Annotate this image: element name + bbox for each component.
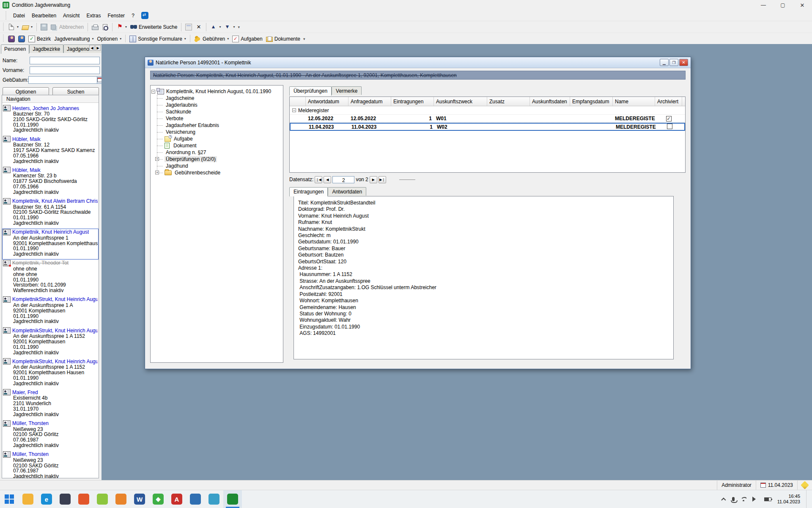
- save-all-button[interactable]: [49, 24, 58, 30]
- splitter-handle[interactable]: [399, 179, 415, 180]
- diamond-green-icon[interactable]: ◆: [149, 490, 167, 508]
- column-header-auskunftsdaten[interactable]: Auskunftsdaten: [530, 97, 570, 106]
- microphone-icon[interactable]: [732, 497, 735, 501]
- network-icon[interactable]: [741, 497, 746, 501]
- bezirk-button[interactable]: Bezirk: [27, 35, 52, 43]
- table-row[interactable]: 11.04.202311.04.20231W02MELDEREGISTER: [290, 123, 685, 131]
- teamviewer-icon[interactable]: [141, 12, 148, 19]
- taskbar-clock[interactable]: 16:45 11.04.2023: [777, 494, 800, 505]
- tree-item-jagderlaubnis[interactable]: Jagderlaubnis: [157, 102, 282, 108]
- tree-item-jagdhund[interactable]: Jagdhund: [157, 163, 282, 169]
- hidden-icons-chevron[interactable]: [721, 497, 726, 502]
- menu-item-6[interactable]: ?: [128, 11, 138, 20]
- wizard-button[interactable]: [6, 35, 16, 43]
- person-list-item[interactable]: Maier, FredExistiernicht 4b2101 Wunderli…: [2, 389, 99, 420]
- column-header-eintragungen[interactable]: Eintragungen: [391, 97, 434, 106]
- print-preview-button[interactable]: [100, 23, 110, 31]
- column-header-auskunftszweck[interactable]: Auskunftszweck: [434, 97, 487, 106]
- person-button[interactable]: [16, 35, 27, 43]
- maximize-button[interactable]: ▢: [773, 0, 793, 10]
- person-list-item[interactable]: KomplettnikStrukt, Knut Heinrich AuguAn …: [2, 358, 99, 389]
- print-button[interactable]: [90, 23, 100, 31]
- gebuehren-button[interactable]: Gebühren▾: [192, 35, 230, 43]
- tab-antwortdaten[interactable]: Antwortdaten: [328, 187, 366, 196]
- tab-vermerke[interactable]: Vermerke: [332, 86, 362, 95]
- child-window-titlebar[interactable]: Natürliche Person 14992001 - Komplettnik…: [145, 57, 691, 68]
- tree-root-item[interactable]: − Komplettnik, Knut Heinrich August, 01.…: [151, 88, 282, 95]
- tab-jagdbezirke[interactable]: Jagdbezirke: [29, 44, 63, 53]
- child-close-button[interactable]: ✕: [679, 59, 688, 66]
- collapse-icon[interactable]: −: [292, 108, 296, 112]
- child-minimize-button[interactable]: ▁: [660, 59, 669, 66]
- flag-button[interactable]: ▾: [115, 23, 129, 31]
- abbrechen-button[interactable]: Abbrechen: [58, 23, 85, 31]
- person-list-item[interactable]: KomplettnikStrukt, Knut Heinrich AuguAn …: [2, 296, 99, 327]
- editor-green-icon[interactable]: [93, 490, 112, 508]
- volume-icon[interactable]: [752, 497, 758, 502]
- tree-item-jagdscheine[interactable]: Jagdscheine: [157, 95, 282, 102]
- tree-item-versicherung[interactable]: Versicherung: [157, 129, 282, 135]
- column-header-anfragedatum[interactable]: Anfragedatum: [348, 97, 391, 106]
- tab-scroll-right-icon[interactable]: ▶: [95, 45, 101, 51]
- mail-orange-icon[interactable]: [74, 490, 93, 508]
- person-list-item[interactable]: Hesters, Jochen Jo JohannesBautzner Str.…: [2, 105, 99, 135]
- column-header-indicator[interactable]: [290, 97, 306, 106]
- person-list-item[interactable]: Komplettnik, Theodor Totohne ohneohne oh…: [2, 260, 99, 296]
- browser-dark-icon[interactable]: [56, 490, 74, 508]
- new-button[interactable]: ▾: [6, 23, 20, 31]
- sonstige-formulare-button[interactable]: Sonstige Formulare▾: [128, 35, 188, 43]
- person-list-item[interactable]: Komplettnik, Knut Alwin Bertram ChristBa…: [2, 198, 99, 229]
- erweiterte-suche-button[interactable]: Erweiterte Suche: [129, 23, 179, 31]
- pdf-blue-icon[interactable]: [186, 490, 205, 508]
- column-header-archiviert[interactable]: Archiviert: [655, 97, 682, 106]
- column-header-zusatz[interactable]: Zusatz: [487, 97, 530, 106]
- open-button[interactable]: ▾: [20, 23, 34, 31]
- menu-item-2[interactable]: Bearbeiten: [28, 11, 60, 20]
- toolbar-overflow-icon[interactable]: ▾: [238, 25, 240, 29]
- tab-personen[interactable]: Personen: [1, 44, 29, 54]
- menu-item-4[interactable]: Extras: [83, 11, 104, 20]
- person-list-item[interactable]: Müller, ThorstenNeißeweg 2302100 SAKD Gö…: [2, 420, 99, 451]
- person-list-item[interactable]: Hübler, MaikBautzner Str. 121917 SAKD Ka…: [2, 135, 99, 166]
- tree-item-sachkunde[interactable]: Sachkunde: [157, 108, 282, 115]
- close-button[interactable]: ✕: [793, 0, 812, 10]
- column-header-antwortdatum[interactable]: Antwortdatum: [306, 97, 348, 106]
- last-record-button[interactable]: ▶❘: [379, 176, 386, 183]
- column-header-empfangsdatum[interactable]: Empfangsdatum: [570, 97, 613, 106]
- archiviert-checkbox[interactable]: ✓: [666, 116, 672, 121]
- record-number-input[interactable]: 2: [332, 176, 354, 183]
- browser-blue-icon[interactable]: e: [37, 490, 56, 508]
- person-list-item[interactable]: KomplettnikStrukt, Knut Heinrich AuguAn …: [2, 327, 99, 358]
- battery-icon[interactable]: [764, 497, 771, 501]
- expand-icon[interactable]: +: [155, 157, 159, 161]
- gebdatum-input[interactable]: [28, 76, 97, 84]
- tab-eintragungen[interactable]: Eintragungen: [289, 187, 328, 196]
- expand-icon[interactable]: +: [155, 171, 159, 174]
- delete-button[interactable]: [194, 23, 204, 31]
- toolbar-overflow-icon[interactable]: ▾: [303, 37, 305, 41]
- file-explorer-icon[interactable]: [19, 490, 37, 508]
- move-down-button[interactable]: ▾: [223, 23, 237, 31]
- tree-item-überprüfungen-0-2-0-[interactable]: +Überprüfungen (0/2/0): [157, 156, 282, 163]
- next-record-button[interactable]: ▶: [370, 176, 377, 183]
- menu-item-1[interactable]: Datei: [10, 11, 28, 20]
- acrobat-red-icon[interactable]: A: [167, 490, 186, 508]
- viewer-teal-icon[interactable]: [205, 490, 223, 508]
- tree-item-jagdaufseher-erlaubnis[interactable]: Jagdaufseher Erlaubnis: [157, 122, 282, 129]
- person-list-item[interactable]: Hübler, MaikKamenzer Str. 23 b01877 SAKD…: [2, 166, 99, 197]
- start-button[interactable]: [0, 490, 19, 508]
- tree-item-aufgabe[interactable]: Aufgabe: [157, 135, 282, 142]
- table-row[interactable]: 12.05.202212.05.20221W01MELDEREGISTER✓: [290, 115, 685, 123]
- tree-item-verbote[interactable]: Verbote: [157, 115, 282, 122]
- previous-record-button[interactable]: ◀: [324, 176, 331, 183]
- optionen-menu-button[interactable]: Optionen▾: [95, 35, 123, 43]
- menu-item-5[interactable]: Fenster: [104, 11, 128, 20]
- office-orange-icon[interactable]: [112, 490, 130, 508]
- move-up-button[interactable]: ▾: [208, 23, 222, 31]
- child-restore-button[interactable]: ❐: [669, 59, 678, 66]
- vorname-input[interactable]: [30, 66, 100, 74]
- table-group-row[interactable]: − Melderegister: [290, 106, 685, 115]
- tab-überprüfungen[interactable]: Überprüfungen: [289, 86, 332, 96]
- person-list-item[interactable]: Komplettnik, Knut Heinrich AugustAn der …: [2, 229, 99, 260]
- name-input[interactable]: [30, 57, 100, 64]
